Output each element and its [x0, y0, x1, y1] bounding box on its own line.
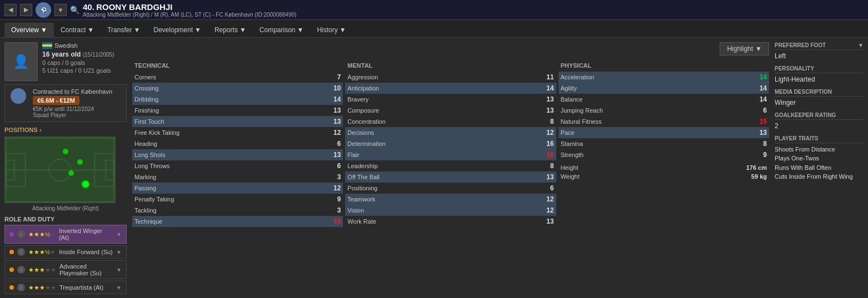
- attr-name: Technique: [134, 218, 327, 225]
- tab-reports[interactable]: Reports ▼: [208, 23, 253, 37]
- role-stars: ★★★½★: [28, 249, 56, 256]
- tab-overview[interactable]: Overview ▼: [4, 23, 54, 37]
- attr-row: Pace 13: [558, 127, 769, 138]
- attr-row: Stamina 8: [558, 138, 769, 149]
- role-info-icon[interactable]: i: [17, 248, 25, 256]
- attr-value: 16: [541, 140, 554, 148]
- roles-list: i ★★★½★ Inverted Winger (At) ▼ i ★★★½★ I…: [4, 225, 127, 294]
- attr-row: Composure 13: [345, 105, 556, 116]
- attr-value: 11: [541, 73, 554, 81]
- player-info-block: 👤 Swedish 16 years old (15/11/2005) 0 ca…: [4, 42, 127, 81]
- left-panel: 👤 Swedish 16 years old (15/11/2005) 0 ca…: [4, 42, 127, 294]
- highlight-button[interactable]: Highlight ▼: [720, 42, 769, 55]
- attr-row: Penalty Taking 9: [132, 194, 343, 205]
- attr-row: Positioning 6: [345, 183, 556, 194]
- attr-name: Passing: [134, 185, 327, 191]
- attr-value: 6: [327, 140, 341, 148]
- height-row: Height 176 cm: [558, 163, 769, 172]
- attr-row: Dribbling 14: [132, 94, 343, 105]
- attr-name: Heading: [134, 140, 327, 147]
- attr-value: 6: [327, 162, 341, 170]
- role-item-inside-forward[interactable]: i ★★★½★ Inside Forward (Su) ▼: [4, 245, 127, 259]
- role-expand-icon[interactable]: ▼: [116, 267, 122, 273]
- attr-value: 10: [327, 84, 341, 92]
- media-description-header: MEDIA DESCRIPTION: [775, 89, 864, 97]
- positions-header[interactable]: POSITIONS ›: [4, 127, 127, 133]
- search-icon[interactable]: 🔍: [70, 6, 79, 14]
- attr-row: Corners 7: [132, 72, 343, 83]
- attr-row: Long Throws 6: [132, 160, 343, 171]
- physical-attrs: Acceleration 14 Agility 14 Balance 14 Ju…: [558, 72, 769, 160]
- attr-value: 3: [327, 206, 341, 214]
- role-expand-icon[interactable]: ▼: [116, 231, 122, 238]
- attr-name: Finishing: [134, 107, 327, 114]
- technical-header: TECHNICAL: [132, 61, 343, 70]
- right-panel: PREFERRED FOOT ▼ Left PERSONALITY Light-…: [775, 42, 864, 294]
- attr-name: Composure: [347, 107, 540, 114]
- role-expand-icon[interactable]: ▼: [116, 285, 122, 291]
- attr-row: Free Kick Taking 12: [132, 127, 343, 138]
- attr-value: 7: [327, 73, 341, 81]
- player-avatar: 👤: [4, 42, 38, 81]
- attr-name: Positioning: [347, 185, 540, 191]
- role-item-advanced-playmaker[interactable]: i ★★★★★ Advanced Playmaker (Su) ▼: [4, 260, 127, 279]
- position-dot-selected: [82, 181, 89, 188]
- role-info-icon[interactable]: i: [17, 230, 25, 238]
- attr-name: Crossing: [134, 85, 327, 92]
- tab-comparison[interactable]: Comparison ▼: [253, 23, 311, 37]
- attr-value: 13: [327, 107, 341, 114]
- caps-line: 0 caps / 0 goals: [42, 59, 127, 66]
- attr-name: Teamwork: [347, 196, 540, 203]
- attr-row: Marking 3: [132, 171, 343, 183]
- attr-row: Leadership 8: [345, 160, 556, 171]
- role-item-trequartista[interactable]: i ★★★★★ Trequartista (At) ▼: [4, 281, 127, 294]
- attr-row: Anticipation 14: [345, 83, 556, 94]
- attr-value: 9: [327, 195, 341, 203]
- trait-item: Runs With Ball Often: [775, 164, 864, 171]
- attr-row: Acceleration 14: [558, 72, 769, 83]
- goalkeeper-rating-header: GOALKEEPER RATING: [775, 112, 864, 120]
- role-name: Trequartista (At): [59, 284, 113, 291]
- role-stars: ★★★★★: [28, 266, 56, 274]
- nationality: Swedish: [54, 42, 78, 49]
- attr-value: 8: [541, 162, 554, 170]
- role-item-inverted-winger[interactable]: i ★★★½★ Inverted Winger (At) ▼: [4, 225, 127, 244]
- forward-button[interactable]: ▶: [20, 4, 32, 16]
- attr-name: Acceleration: [561, 74, 754, 80]
- top-bar: ◀ ▶ ⚽ ▼ 🔍 40. ROONY BARDGHJI Attacking M…: [0, 0, 868, 20]
- role-info-icon[interactable]: i: [17, 266, 25, 274]
- nationality-row: Swedish: [42, 42, 78, 49]
- tab-development[interactable]: Development ▼: [147, 23, 208, 37]
- role-expand-icon[interactable]: ▼: [116, 249, 122, 255]
- attr-row: Concentration 8: [345, 116, 556, 127]
- tab-contract[interactable]: Contract ▼: [54, 23, 101, 37]
- u21-caps-line: 5 U21 caps / 0 U21 goals: [42, 67, 127, 74]
- tab-transfer[interactable]: Transfer ▼: [101, 23, 147, 37]
- attr-name: Natural Fitness: [561, 118, 754, 125]
- technical-attrs: Corners 7 Crossing 10 Dribbling 14 Finis…: [132, 72, 343, 227]
- dropdown-button[interactable]: ▼: [54, 4, 67, 16]
- attr-value: 8: [754, 140, 767, 148]
- nav-tabs: Overview ▼ Contract ▼ Transfer ▼ Develop…: [0, 20, 868, 38]
- attr-row: Long Shots 13: [132, 149, 343, 160]
- contract-club-logo: [11, 88, 26, 104]
- attr-value: 12: [541, 195, 554, 203]
- back-button[interactable]: ◀: [4, 4, 17, 16]
- mental-header: MENTAL: [345, 61, 556, 70]
- attributes-grid: TECHNICAL Corners 7 Crossing 10 Dribblin…: [132, 61, 769, 294]
- preferred-foot-section: PREFERRED FOOT ▼ Left: [775, 42, 864, 60]
- role-info-icon[interactable]: i: [17, 284, 25, 291]
- attr-name: Flair: [347, 151, 540, 158]
- trait-item: Cuts Inside From Right Wing: [775, 173, 864, 180]
- player-details: Swedish 16 years old (15/11/2005) 0 caps…: [42, 42, 127, 81]
- attr-name: Dribbling: [134, 96, 327, 103]
- physical-extra: Height 176 cm Weight 59 kg: [558, 163, 769, 181]
- attr-row: Crossing 10: [132, 83, 343, 94]
- attr-name: Balance: [561, 96, 754, 103]
- pitch-container: [4, 137, 116, 203]
- attr-row: Natural Fitness 15: [558, 116, 769, 127]
- club-logo: ⚽: [36, 2, 51, 18]
- attr-row: Decisions 12: [345, 127, 556, 138]
- tab-history[interactable]: History ▼: [310, 23, 352, 37]
- attr-name: Bravery: [347, 96, 540, 103]
